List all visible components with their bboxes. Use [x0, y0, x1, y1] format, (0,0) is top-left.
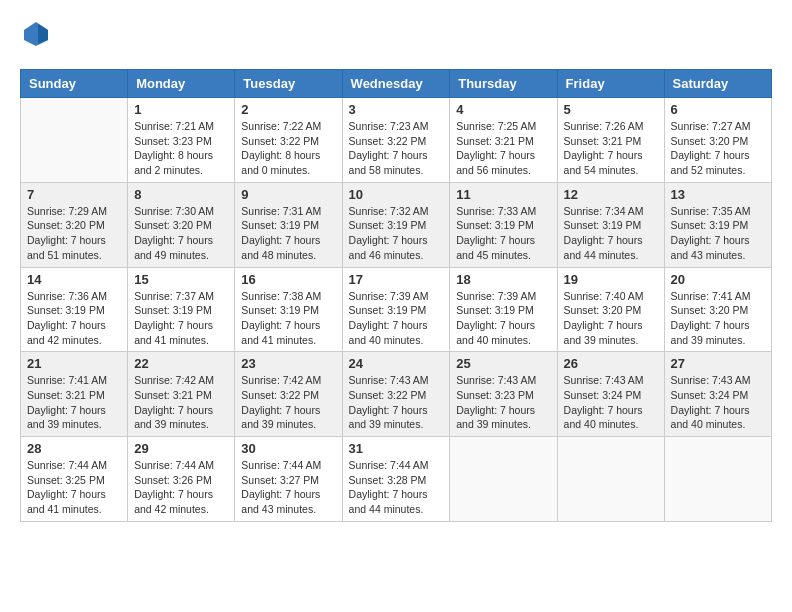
day-number: 16 [241, 272, 335, 287]
day-number: 4 [456, 102, 550, 117]
calendar-table: SundayMondayTuesdayWednesdayThursdayFrid… [20, 69, 772, 522]
day-info: Sunrise: 7:27 AM Sunset: 3:20 PM Dayligh… [671, 119, 765, 178]
day-info: Sunrise: 7:42 AM Sunset: 3:22 PM Dayligh… [241, 373, 335, 432]
day-info: Sunrise: 7:42 AM Sunset: 3:21 PM Dayligh… [134, 373, 228, 432]
calendar-cell: 13Sunrise: 7:35 AM Sunset: 3:19 PM Dayli… [664, 182, 771, 267]
calendar-header-row: SundayMondayTuesdayWednesdayThursdayFrid… [21, 70, 772, 98]
calendar-cell: 23Sunrise: 7:42 AM Sunset: 3:22 PM Dayli… [235, 352, 342, 437]
day-info: Sunrise: 7:40 AM Sunset: 3:20 PM Dayligh… [564, 289, 658, 348]
day-number: 21 [27, 356, 121, 371]
day-info: Sunrise: 7:39 AM Sunset: 3:19 PM Dayligh… [456, 289, 550, 348]
logo [20, 20, 50, 53]
calendar-cell: 25Sunrise: 7:43 AM Sunset: 3:23 PM Dayli… [450, 352, 557, 437]
calendar-cell: 11Sunrise: 7:33 AM Sunset: 3:19 PM Dayli… [450, 182, 557, 267]
day-info: Sunrise: 7:34 AM Sunset: 3:19 PM Dayligh… [564, 204, 658, 263]
calendar-cell: 5Sunrise: 7:26 AM Sunset: 3:21 PM Daylig… [557, 98, 664, 183]
logo-icon [22, 20, 50, 48]
calendar-week-row: 28Sunrise: 7:44 AM Sunset: 3:25 PM Dayli… [21, 437, 772, 522]
page-header [20, 20, 772, 53]
day-info: Sunrise: 7:38 AM Sunset: 3:19 PM Dayligh… [241, 289, 335, 348]
calendar-cell [664, 437, 771, 522]
day-number: 25 [456, 356, 550, 371]
day-number: 15 [134, 272, 228, 287]
day-info: Sunrise: 7:25 AM Sunset: 3:21 PM Dayligh… [456, 119, 550, 178]
day-info: Sunrise: 7:36 AM Sunset: 3:19 PM Dayligh… [27, 289, 121, 348]
day-info: Sunrise: 7:43 AM Sunset: 3:24 PM Dayligh… [671, 373, 765, 432]
day-number: 18 [456, 272, 550, 287]
day-info: Sunrise: 7:32 AM Sunset: 3:19 PM Dayligh… [349, 204, 444, 263]
day-info: Sunrise: 7:44 AM Sunset: 3:27 PM Dayligh… [241, 458, 335, 517]
day-number: 13 [671, 187, 765, 202]
calendar-cell: 24Sunrise: 7:43 AM Sunset: 3:22 PM Dayli… [342, 352, 450, 437]
day-info: Sunrise: 7:21 AM Sunset: 3:23 PM Dayligh… [134, 119, 228, 178]
day-info: Sunrise: 7:31 AM Sunset: 3:19 PM Dayligh… [241, 204, 335, 263]
day-info: Sunrise: 7:41 AM Sunset: 3:20 PM Dayligh… [671, 289, 765, 348]
day-info: Sunrise: 7:22 AM Sunset: 3:22 PM Dayligh… [241, 119, 335, 178]
day-number: 6 [671, 102, 765, 117]
col-header-monday: Monday [128, 70, 235, 98]
day-info: Sunrise: 7:30 AM Sunset: 3:20 PM Dayligh… [134, 204, 228, 263]
day-number: 12 [564, 187, 658, 202]
calendar-cell: 4Sunrise: 7:25 AM Sunset: 3:21 PM Daylig… [450, 98, 557, 183]
calendar-cell [450, 437, 557, 522]
calendar-cell: 19Sunrise: 7:40 AM Sunset: 3:20 PM Dayli… [557, 267, 664, 352]
day-number: 11 [456, 187, 550, 202]
day-number: 3 [349, 102, 444, 117]
calendar-cell: 30Sunrise: 7:44 AM Sunset: 3:27 PM Dayli… [235, 437, 342, 522]
day-info: Sunrise: 7:26 AM Sunset: 3:21 PM Dayligh… [564, 119, 658, 178]
day-number: 22 [134, 356, 228, 371]
calendar-cell: 2Sunrise: 7:22 AM Sunset: 3:22 PM Daylig… [235, 98, 342, 183]
day-info: Sunrise: 7:44 AM Sunset: 3:25 PM Dayligh… [27, 458, 121, 517]
calendar-cell: 3Sunrise: 7:23 AM Sunset: 3:22 PM Daylig… [342, 98, 450, 183]
col-header-thursday: Thursday [450, 70, 557, 98]
day-info: Sunrise: 7:44 AM Sunset: 3:26 PM Dayligh… [134, 458, 228, 517]
calendar-cell: 31Sunrise: 7:44 AM Sunset: 3:28 PM Dayli… [342, 437, 450, 522]
day-info: Sunrise: 7:35 AM Sunset: 3:19 PM Dayligh… [671, 204, 765, 263]
calendar-week-row: 1Sunrise: 7:21 AM Sunset: 3:23 PM Daylig… [21, 98, 772, 183]
day-info: Sunrise: 7:43 AM Sunset: 3:23 PM Dayligh… [456, 373, 550, 432]
col-header-sunday: Sunday [21, 70, 128, 98]
day-number: 26 [564, 356, 658, 371]
calendar-cell: 14Sunrise: 7:36 AM Sunset: 3:19 PM Dayli… [21, 267, 128, 352]
calendar-week-row: 7Sunrise: 7:29 AM Sunset: 3:20 PM Daylig… [21, 182, 772, 267]
day-info: Sunrise: 7:43 AM Sunset: 3:22 PM Dayligh… [349, 373, 444, 432]
day-number: 17 [349, 272, 444, 287]
day-number: 28 [27, 441, 121, 456]
day-number: 31 [349, 441, 444, 456]
day-number: 1 [134, 102, 228, 117]
calendar-cell: 18Sunrise: 7:39 AM Sunset: 3:19 PM Dayli… [450, 267, 557, 352]
day-info: Sunrise: 7:37 AM Sunset: 3:19 PM Dayligh… [134, 289, 228, 348]
calendar-cell: 7Sunrise: 7:29 AM Sunset: 3:20 PM Daylig… [21, 182, 128, 267]
day-info: Sunrise: 7:29 AM Sunset: 3:20 PM Dayligh… [27, 204, 121, 263]
calendar-cell: 27Sunrise: 7:43 AM Sunset: 3:24 PM Dayli… [664, 352, 771, 437]
day-number: 8 [134, 187, 228, 202]
day-number: 9 [241, 187, 335, 202]
day-number: 10 [349, 187, 444, 202]
col-header-saturday: Saturday [664, 70, 771, 98]
calendar-cell: 9Sunrise: 7:31 AM Sunset: 3:19 PM Daylig… [235, 182, 342, 267]
day-info: Sunrise: 7:44 AM Sunset: 3:28 PM Dayligh… [349, 458, 444, 517]
calendar-cell: 10Sunrise: 7:32 AM Sunset: 3:19 PM Dayli… [342, 182, 450, 267]
col-header-wednesday: Wednesday [342, 70, 450, 98]
calendar-cell: 6Sunrise: 7:27 AM Sunset: 3:20 PM Daylig… [664, 98, 771, 183]
day-number: 19 [564, 272, 658, 287]
calendar-cell: 20Sunrise: 7:41 AM Sunset: 3:20 PM Dayli… [664, 267, 771, 352]
day-number: 2 [241, 102, 335, 117]
calendar-cell [557, 437, 664, 522]
day-info: Sunrise: 7:23 AM Sunset: 3:22 PM Dayligh… [349, 119, 444, 178]
day-number: 30 [241, 441, 335, 456]
calendar-week-row: 21Sunrise: 7:41 AM Sunset: 3:21 PM Dayli… [21, 352, 772, 437]
day-info: Sunrise: 7:43 AM Sunset: 3:24 PM Dayligh… [564, 373, 658, 432]
calendar-cell: 28Sunrise: 7:44 AM Sunset: 3:25 PM Dayli… [21, 437, 128, 522]
calendar-cell: 17Sunrise: 7:39 AM Sunset: 3:19 PM Dayli… [342, 267, 450, 352]
day-number: 14 [27, 272, 121, 287]
calendar-cell: 15Sunrise: 7:37 AM Sunset: 3:19 PM Dayli… [128, 267, 235, 352]
day-info: Sunrise: 7:39 AM Sunset: 3:19 PM Dayligh… [349, 289, 444, 348]
day-number: 20 [671, 272, 765, 287]
day-info: Sunrise: 7:33 AM Sunset: 3:19 PM Dayligh… [456, 204, 550, 263]
col-header-tuesday: Tuesday [235, 70, 342, 98]
day-number: 5 [564, 102, 658, 117]
calendar-cell: 29Sunrise: 7:44 AM Sunset: 3:26 PM Dayli… [128, 437, 235, 522]
calendar-cell: 16Sunrise: 7:38 AM Sunset: 3:19 PM Dayli… [235, 267, 342, 352]
calendar-cell [21, 98, 128, 183]
